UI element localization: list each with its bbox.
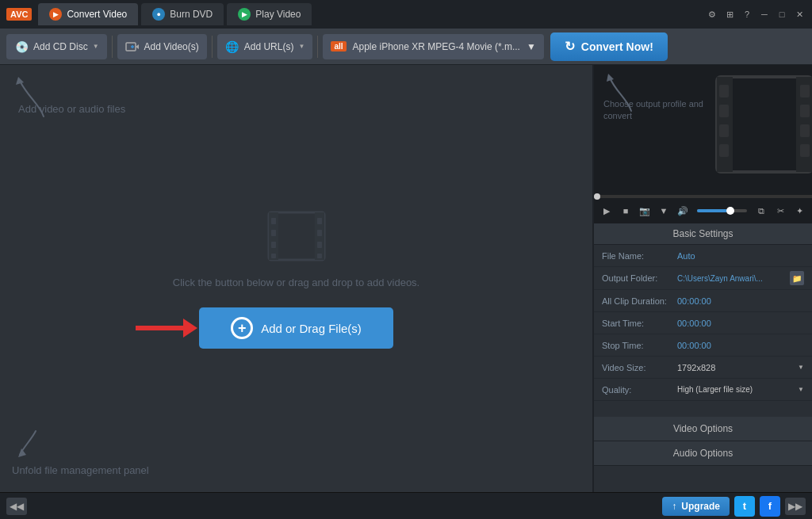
tab-play-video[interactable]: ▶ Play Video: [227, 3, 312, 25]
output-folder-row: Output Folder: C:\Users\Zayn Anwari\... …: [594, 267, 812, 290]
all-clip-duration-row: All Clip Duration: 00:00:00: [594, 290, 812, 312]
plus-circle-icon: +: [231, 317, 253, 339]
maximize-button[interactable]: □: [776, 8, 788, 21]
output-folder-label: Output Folder:: [602, 273, 677, 283]
app-logo: AVC: [6, 8, 32, 21]
upgrade-button[interactable]: ↑ Upgrade: [662, 497, 730, 516]
preview-controls: ▶ ■ 📷 ▼ 🔊 ⧉ ✂ ✦: [594, 198, 812, 223]
tab-convert-video[interactable]: ▶ Convert Video: [38, 3, 138, 25]
burn-tab-label: Burn DVD: [170, 9, 213, 20]
nav-right-button[interactable]: ▶▶: [785, 498, 806, 515]
copy-button[interactable]: ⧉: [753, 203, 769, 219]
add-videos-icon: [125, 40, 140, 54]
add-videos-button[interactable]: Add Video(s): [117, 34, 207, 59]
add-cd-disc-button[interactable]: 💿 Add CD Disc ▼: [6, 34, 107, 59]
toolbar-separator-3: [317, 36, 318, 58]
film-strip-icon: [265, 208, 328, 264]
screenshot-button[interactable]: 📷: [637, 203, 653, 219]
volume-icon[interactable]: 🔊: [675, 203, 691, 219]
preview-progress-knob: [594, 193, 600, 200]
add-cd-disc-label: Add CD Disc: [33, 41, 88, 52]
svg-rect-26: [800, 124, 810, 137]
preview-progress-bar[interactable]: [594, 195, 812, 198]
convert-tab-icon: ▶: [49, 8, 62, 21]
add-url-label: Add URL(s): [244, 41, 294, 52]
add-url-dropdown-arrow[interactable]: ▼: [298, 43, 304, 50]
basic-settings-title: Basic Settings: [594, 223, 812, 245]
play-button[interactable]: ▶: [599, 203, 615, 219]
help-icon[interactable]: ?: [741, 8, 753, 21]
monitor-icon[interactable]: ⊞: [723, 8, 736, 21]
hint-bottom-left-container: Unfold file management panel: [12, 464, 149, 476]
twitter-icon: t: [743, 500, 746, 512]
output-folder-value: C:\Users\Zayn Anwari\...: [677, 274, 790, 283]
audio-options-button[interactable]: Audio Options: [594, 441, 812, 466]
status-bar: ◀◀ ↑ Upgrade t f ▶▶: [0, 492, 812, 519]
hint-right-text: Choose output profile and convert: [603, 98, 730, 123]
video-size-row: Video Size: 1792x828 ▼: [594, 357, 812, 379]
start-time-label: Start Time:: [602, 319, 677, 328]
svg-rect-15: [317, 242, 322, 248]
convert-refresh-icon: ↻: [565, 39, 575, 54]
add-url-icon: 🌐: [225, 40, 239, 54]
tab-burn-dvd[interactable]: ● Burn DVD: [141, 3, 224, 25]
quality-dropdown[interactable]: High (Larger file size) ▼: [677, 385, 804, 394]
svg-rect-23: [719, 144, 729, 157]
preview-video: Choose output profile and convert: [594, 65, 812, 195]
convert-now-button[interactable]: ↻ Convert Now!: [550, 32, 668, 61]
effects-button[interactable]: ✦: [791, 203, 807, 219]
all-badge: all: [331, 41, 346, 52]
upgrade-label: Upgrade: [681, 501, 720, 512]
svg-rect-11: [271, 242, 276, 248]
volume-slider[interactable]: [697, 209, 747, 212]
browse-folder-button[interactable]: 📁: [790, 271, 804, 285]
video-size-dropdown[interactable]: 1792x828 ▼: [677, 363, 804, 372]
upgrade-arrow-icon: ↑: [672, 501, 676, 512]
video-size-arrow: ▼: [798, 364, 804, 371]
red-arrow-shaft: [136, 326, 183, 330]
file-name-value: Auto: [677, 251, 804, 261]
profile-dropdown-arrow: ▼: [527, 41, 536, 52]
stop-button[interactable]: ■: [618, 203, 634, 219]
all-clip-duration-label: All Clip Duration:: [602, 296, 677, 306]
cut-button[interactable]: ✂: [772, 203, 788, 219]
minimize-button[interactable]: ─: [758, 8, 771, 21]
add-url-button[interactable]: 🌐 Add URL(s) ▼: [217, 34, 313, 59]
svg-rect-24: [800, 85, 810, 97]
nav-left-button[interactable]: ◀◀: [6, 498, 27, 515]
add-cd-disc-dropdown-arrow[interactable]: ▼: [93, 43, 99, 50]
facebook-icon: f: [768, 500, 772, 512]
center-hint-text: Click the button below or drag and drop …: [173, 277, 419, 288]
add-videos-label: Add Video(s): [144, 41, 199, 52]
facebook-button[interactable]: f: [760, 496, 780, 517]
add-drag-label: Add or Drag File(s): [261, 322, 362, 335]
output-profile-selector[interactable]: all Apple iPhone XR MPEG-4 Movie (*.m...…: [323, 34, 543, 59]
start-time-row: Start Time: 00:00:00: [594, 312, 812, 334]
svg-rect-12: [271, 254, 276, 258]
add-drag-files-button[interactable]: + Add or Drag File(s): [199, 307, 393, 349]
toolbar-separator-1: [112, 36, 113, 58]
profile-label: Apple iPhone XR MPEG-4 Movie (*.m...: [353, 41, 520, 52]
close-button[interactable]: ✕: [793, 8, 806, 21]
svg-rect-25: [800, 105, 810, 117]
svg-rect-27: [800, 144, 810, 157]
quality-label: Quality:: [602, 385, 677, 395]
play-tab-icon: ▶: [238, 8, 251, 21]
svg-rect-14: [317, 230, 322, 236]
window-controls: ⚙ ⊞ ? ─ □ ✕: [706, 8, 806, 21]
settings-icon[interactable]: ⚙: [706, 8, 718, 21]
file-name-label: File Name:: [602, 251, 677, 261]
play-tab-label: Play Video: [255, 9, 301, 20]
twitter-button[interactable]: t: [734, 496, 755, 517]
convert-tab-label: Convert Video: [67, 9, 127, 20]
volume-dropdown-icon[interactable]: ▼: [656, 203, 672, 219]
file-name-row: File Name: Auto: [594, 245, 812, 267]
red-arrow-head: [183, 319, 197, 338]
video-size-value: 1792x828: [677, 363, 715, 372]
volume-fill: [697, 209, 727, 212]
svg-rect-16: [317, 254, 322, 258]
video-options-button[interactable]: Video Options: [594, 417, 812, 441]
quality-value: High (Larger file size): [677, 385, 753, 394]
burn-tab-icon: ●: [152, 8, 165, 21]
right-panel: Choose output profile and convert ▶ ■ 📷 …: [594, 65, 812, 492]
